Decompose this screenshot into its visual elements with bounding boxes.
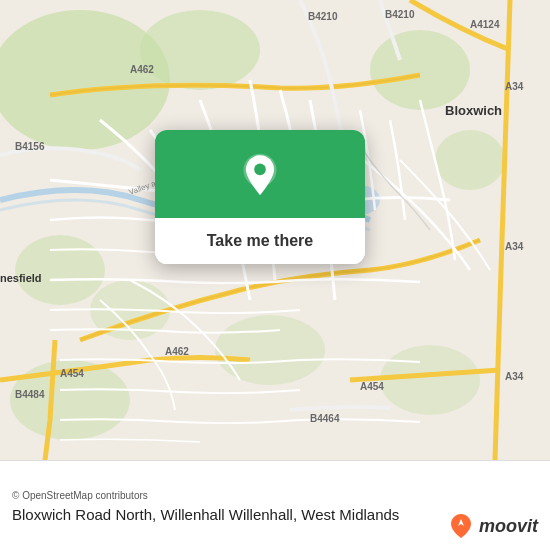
svg-text:B4156: B4156: [15, 141, 45, 152]
take-me-there-button[interactable]: Take me there: [155, 218, 365, 264]
svg-point-9: [215, 315, 325, 385]
svg-text:A454: A454: [360, 381, 384, 392]
moovit-brand-icon: [447, 512, 475, 540]
moovit-logo: moovit: [447, 512, 538, 540]
svg-text:B4210: B4210: [385, 9, 415, 20]
map-area: B4210 B4210 A4124 A34 A34 A34 A462 A462 …: [0, 0, 550, 460]
svg-point-7: [15, 235, 105, 305]
svg-text:B4484: B4484: [15, 389, 45, 400]
svg-text:A462: A462: [130, 64, 154, 75]
osm-attribution: © OpenStreetMap contributors: [12, 490, 538, 501]
svg-text:nesfield: nesfield: [0, 272, 42, 284]
card-header: [155, 130, 365, 218]
svg-text:B4210: B4210: [308, 11, 338, 22]
svg-text:A462: A462: [165, 346, 189, 357]
moovit-brand-name: moovit: [479, 516, 538, 537]
svg-point-3: [370, 30, 470, 110]
location-card: Take me there: [155, 130, 365, 264]
svg-text:A34: A34: [505, 371, 524, 382]
bottom-info-bar: © OpenStreetMap contributors Bloxwich Ro…: [0, 460, 550, 550]
svg-point-11: [380, 345, 480, 415]
svg-point-30: [254, 164, 266, 176]
svg-text:B4464: B4464: [310, 413, 340, 424]
svg-point-2: [140, 10, 260, 90]
location-pin-icon: [236, 152, 284, 200]
svg-text:A4124: A4124: [470, 19, 500, 30]
svg-text:Bloxwich: Bloxwich: [445, 103, 502, 118]
svg-text:A34: A34: [505, 241, 524, 252]
svg-text:A454: A454: [60, 368, 84, 379]
svg-point-4: [435, 130, 505, 190]
svg-text:A34: A34: [505, 81, 524, 92]
